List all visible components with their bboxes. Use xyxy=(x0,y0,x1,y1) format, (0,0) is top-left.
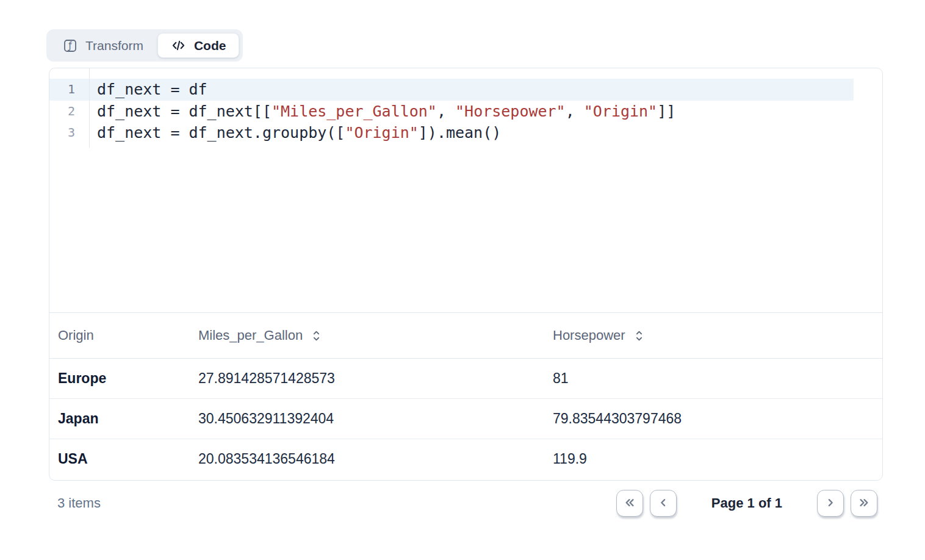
chevron-right-icon xyxy=(822,495,838,512)
table-footer: 3 items Page 1 of 1 xyxy=(49,488,877,519)
pagination-next-button[interactable] xyxy=(817,490,844,517)
tab-code[interactable]: Code xyxy=(157,33,240,58)
sort-icon[interactable] xyxy=(311,329,322,342)
code-editor[interactable]: 1df_next = df2df_next = df_next[["Miles_… xyxy=(49,68,882,312)
chevrons-left-icon xyxy=(622,495,638,512)
code-icon xyxy=(171,38,186,53)
column-header-label: Horsepower xyxy=(553,328,625,343)
cell-value: 81 xyxy=(544,359,882,399)
cell-value: 119.9 xyxy=(544,439,882,479)
column-header-miles_per_gallon[interactable]: Miles_per_Gallon xyxy=(190,313,544,359)
cell-value: 20.083534136546184 xyxy=(190,439,544,479)
page-indicator: Page 1 of 1 xyxy=(711,495,782,511)
gutter-divider xyxy=(89,68,90,148)
chevron-left-icon xyxy=(655,495,671,512)
table-row: Japan30.45063291139240479.83544303797468 xyxy=(49,399,882,439)
column-header-horsepower[interactable]: Horsepower xyxy=(544,313,882,359)
tab-transform[interactable]: ƒ Transform xyxy=(50,33,156,58)
code-line[interactable]: 2df_next = df_next[["Miles_per_Gallon", … xyxy=(49,101,854,123)
chevrons-right-icon xyxy=(856,495,872,512)
pagination: Page 1 of 1 xyxy=(616,490,877,517)
line-number: 2 xyxy=(49,101,90,123)
cell-value: 79.83544303797468 xyxy=(544,399,882,439)
result-table: OriginMiles_per_GallonHorsepower Europe2… xyxy=(49,312,882,479)
function-icon: ƒ xyxy=(63,38,77,53)
items-count: 3 items xyxy=(49,495,101,511)
table-header-row: OriginMiles_per_GallonHorsepower xyxy=(49,313,882,359)
cell-value: 27.891428571428573 xyxy=(190,359,544,399)
pagination-last-button[interactable] xyxy=(851,490,877,517)
tab-code-label: Code xyxy=(194,38,226,53)
code-line[interactable]: 1df_next = df xyxy=(49,79,854,101)
code-editor-lines: 1df_next = df2df_next = df_next[["Miles_… xyxy=(49,79,882,144)
table-row: Europe27.89142857142857381 xyxy=(49,359,882,399)
code-text: df_next = df_next[["Miles_per_Gallon", "… xyxy=(90,101,675,123)
pagination-prev-button[interactable] xyxy=(650,490,677,517)
code-panel: 1df_next = df2df_next = df_next[["Miles_… xyxy=(49,68,883,481)
column-header-label: Origin xyxy=(58,328,94,343)
row-index-label: Japan xyxy=(49,399,190,439)
pagination-first-button[interactable] xyxy=(616,490,643,517)
row-index-label: Europe xyxy=(49,359,190,399)
view-mode-tabs: ƒ Transform Code xyxy=(46,29,243,62)
code-text: df_next = df_next.groupby(["Origin"]).me… xyxy=(90,122,501,144)
cell-value: 30.450632911392404 xyxy=(190,399,544,439)
column-header-origin: Origin xyxy=(49,313,190,359)
line-number: 1 xyxy=(49,79,90,101)
column-header-label: Miles_per_Gallon xyxy=(198,328,303,343)
code-line[interactable]: 3df_next = df_next.groupby(["Origin"]).m… xyxy=(49,122,854,144)
row-index-label: USA xyxy=(49,439,190,479)
sort-icon[interactable] xyxy=(634,329,644,342)
line-number: 3 xyxy=(49,122,90,144)
table-row: USA20.083534136546184119.9 xyxy=(49,439,882,479)
svg-text:ƒ: ƒ xyxy=(68,40,72,51)
code-text: df_next = df xyxy=(90,79,207,101)
tab-transform-label: Transform xyxy=(85,38,143,53)
